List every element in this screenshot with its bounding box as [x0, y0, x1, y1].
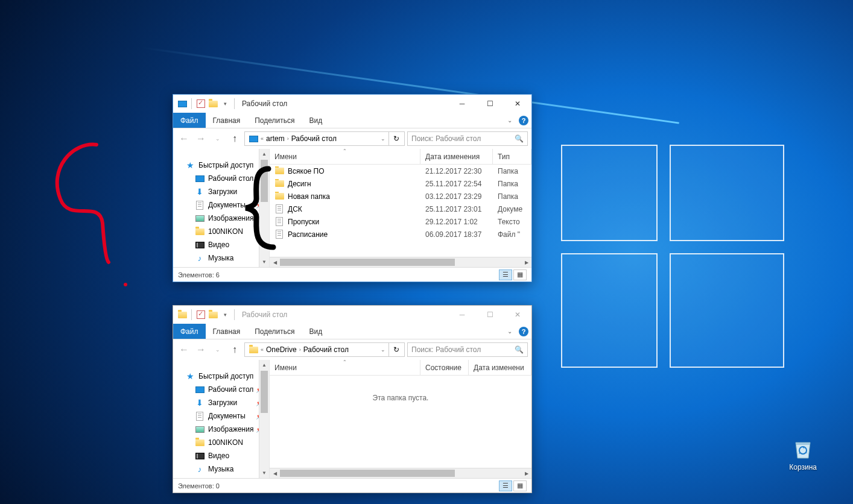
qat-dropdown[interactable]: ▾ — [220, 309, 230, 320]
sidebar-quick-access[interactable]: ★Быстрый доступ — [173, 159, 269, 172]
view-details-button[interactable]: ☰ — [499, 480, 512, 491]
sidebar-item-desktop[interactable]: Рабочий стол📌 — [173, 172, 269, 185]
file-row[interactable]: Расписание06.09.2017 18:37Файл " — [270, 228, 531, 241]
file-row[interactable]: Пропуски29.12.2017 1:02Тексто — [270, 215, 531, 228]
column-date[interactable]: Дата изменения — [420, 149, 493, 164]
address-bar[interactable]: « OneDrive › Рабочий стол ⌄ ↻ — [244, 342, 405, 357]
close-button[interactable]: ✕ — [504, 306, 531, 324]
horizontal-scrollbar[interactable]: ◀▶ — [270, 468, 531, 478]
nav-recent[interactable]: ⌄ — [211, 131, 225, 146]
ribbon-expand[interactable]: ⌄ — [504, 324, 516, 339]
tab-home[interactable]: Главная — [206, 113, 248, 128]
explorer-window-2[interactable]: ▾ Рабочий стол ─ ☐ ✕ Файл Главная Подели… — [173, 305, 532, 493]
file-row[interactable]: ДСК25.11.2017 23:01Докуме — [270, 203, 531, 215]
file-date: 25.11.2017 22:54 — [420, 180, 493, 188]
refresh-button[interactable]: ↻ — [388, 343, 403, 356]
breadcrumb-part2[interactable]: Рабочий стол — [301, 345, 351, 354]
file-list[interactable]: Всякое ПО21.12.2017 22:30ПапкаДесигн25.1… — [270, 165, 531, 257]
column-date[interactable]: Дата изменени — [469, 360, 531, 375]
sidebar-scrollbar[interactable]: ▲▼ — [259, 149, 269, 267]
folder-qat-icon[interactable] — [208, 309, 218, 320]
ribbon-tabs: Файл Главная Поделиться Вид ⌄ ? — [173, 113, 531, 128]
file-name: Всякое ПО — [288, 167, 325, 175]
recycle-bin-icon — [790, 434, 816, 461]
maximize-button[interactable]: ☐ — [476, 95, 504, 113]
file-row[interactable]: Всякое ПО21.12.2017 22:30Папка — [270, 165, 531, 177]
search-icon: 🔍 — [515, 134, 524, 143]
tab-share[interactable]: Поделиться — [247, 324, 302, 339]
folder-qat-icon[interactable] — [208, 98, 218, 109]
tab-file[interactable]: Файл — [173, 324, 206, 339]
sidebar-item-documents[interactable]: Документы📌 — [173, 198, 269, 212]
sidebar-item-downloads[interactable]: ⬇Загрузки📌 — [173, 185, 269, 198]
view-icons-button[interactable]: ▦ — [513, 269, 527, 280]
sidebar-item-pictures[interactable]: Изображения📌 — [173, 423, 269, 436]
nav-up[interactable]: ↑ — [227, 342, 242, 357]
breadcrumb-part1[interactable]: artem — [264, 134, 287, 143]
view-icons-button[interactable]: ▦ — [513, 480, 527, 491]
column-type[interactable]: Тип — [493, 149, 531, 164]
view-details-button[interactable]: ☰ — [499, 269, 512, 280]
nav-back[interactable]: ← — [177, 131, 191, 146]
explorer-window-1[interactable]: ▾ Рабочий стол ─ ☐ ✕ Файл Главная Подели… — [173, 94, 532, 282]
tab-view[interactable]: Вид — [302, 324, 329, 339]
qat-dropdown[interactable]: ▾ — [220, 98, 230, 109]
sidebar-item-music[interactable]: ♪Музыка — [173, 462, 269, 476]
sidebar-item-documents[interactable]: Документы📌 — [173, 409, 269, 423]
sidebar-item-100nikon[interactable]: 100NIKON — [173, 436, 269, 449]
file-type: Папка — [493, 180, 531, 188]
sidebar-item-video[interactable]: Видео — [173, 238, 269, 251]
column-name[interactable]: ⌃Имени — [270, 360, 420, 375]
column-headers: ⌃Имени Состояние Дата изменени — [270, 360, 531, 376]
column-name[interactable]: ⌃Имени — [270, 149, 420, 164]
nav-up[interactable]: ↑ — [227, 131, 242, 146]
refresh-button[interactable]: ↻ — [388, 132, 403, 145]
sidebar-item-desktop[interactable]: Рабочий стол📌 — [173, 383, 269, 396]
file-date: 06.09.2017 18:37 — [420, 230, 493, 239]
maximize-button[interactable]: ☐ — [476, 306, 504, 324]
help-button[interactable]: ? — [516, 113, 531, 128]
sidebar-item-pictures[interactable]: Изображения📌 — [173, 212, 269, 225]
recycle-bin[interactable]: Корзина — [789, 434, 817, 471]
breadcrumb-part2[interactable]: Рабочий стол — [289, 134, 339, 143]
nav-forward[interactable]: → — [194, 342, 208, 357]
address-row: ← → ⌄ ↑ « OneDrive › Рабочий стол ⌄ ↻ По… — [173, 339, 531, 360]
nav-recent[interactable]: ⌄ — [211, 342, 225, 357]
file-row[interactable]: Новая папка03.12.2017 23:29Папка — [270, 190, 531, 203]
titlebar[interactable]: ▾ Рабочий стол ─ ☐ ✕ — [173, 95, 531, 113]
breadcrumb-part1[interactable]: OneDrive — [264, 345, 299, 354]
close-button[interactable]: ✕ — [504, 95, 531, 113]
sidebar-item-music[interactable]: ♪Музыка — [173, 251, 269, 265]
address-bar[interactable]: « artem › Рабочий стол ⌄ ↻ — [244, 131, 405, 146]
sidebar-quick-access[interactable]: ★Быстрый доступ — [173, 370, 269, 383]
minimize-button[interactable]: ─ — [448, 306, 476, 324]
address-dropdown[interactable]: ⌄ — [378, 136, 388, 142]
sidebar-item-100nikon[interactable]: 100NIKON — [173, 225, 269, 238]
tab-home[interactable]: Главная — [206, 324, 248, 339]
status-count: Элементов: 6 — [178, 271, 220, 279]
sidebar-scrollbar[interactable]: ▲▼ — [259, 360, 269, 478]
tab-share[interactable]: Поделиться — [247, 113, 302, 128]
help-button[interactable]: ? — [516, 324, 531, 339]
file-list[interactable]: Эта папка пуста. — [270, 376, 531, 468]
search-input[interactable]: Поиск: Рабочий стол 🔍 — [407, 342, 528, 357]
properties-qat-icon[interactable] — [195, 98, 206, 109]
file-name: Десигн — [288, 180, 311, 188]
column-state[interactable]: Состояние — [420, 360, 469, 375]
nav-forward[interactable]: → — [194, 131, 208, 146]
search-input[interactable]: Поиск: Рабочий стол 🔍 — [407, 131, 528, 146]
sidebar-item-video[interactable]: Видео — [173, 449, 269, 462]
nav-back[interactable]: ← — [177, 342, 191, 357]
minimize-button[interactable]: ─ — [448, 95, 476, 113]
sidebar-item-downloads[interactable]: ⬇Загрузки📌 — [173, 396, 269, 409]
properties-qat-icon[interactable] — [195, 309, 206, 320]
file-row[interactable]: Десигн25.11.2017 22:54Папка — [270, 177, 531, 190]
file-type: Докуме — [493, 205, 531, 213]
tab-view[interactable]: Вид — [302, 113, 329, 128]
ribbon-expand[interactable]: ⌄ — [504, 113, 516, 128]
horizontal-scrollbar[interactable]: ◀▶ — [270, 257, 531, 267]
titlebar[interactable]: ▾ Рабочий стол ─ ☐ ✕ — [173, 306, 531, 324]
tab-file[interactable]: Файл — [173, 113, 206, 128]
address-dropdown[interactable]: ⌄ — [378, 347, 388, 353]
file-type: Тексто — [493, 218, 531, 226]
